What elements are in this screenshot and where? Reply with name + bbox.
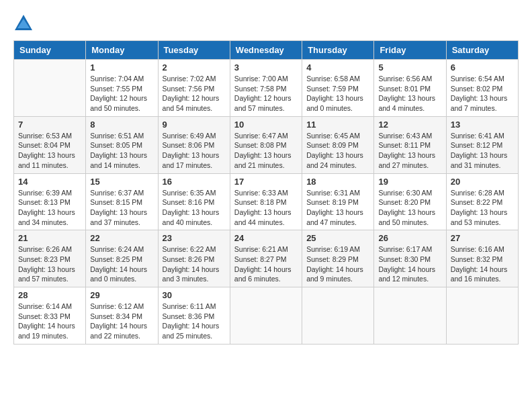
calendar-cell: 7Sunrise: 6:53 AMSunset: 8:04 PMDaylight…	[14, 116, 86, 173]
calendar-cell	[14, 60, 86, 117]
day-number: 23	[163, 233, 226, 243]
calendar-cell: 24Sunrise: 6:21 AMSunset: 8:27 PMDayligh…	[230, 230, 302, 287]
day-number: 5	[378, 62, 441, 73]
day-number: 4	[306, 62, 369, 73]
day-number: 13	[451, 120, 514, 130]
calendar-week-row: 28Sunrise: 6:14 AMSunset: 8:33 PMDayligh…	[14, 287, 519, 345]
day-number: 7	[18, 120, 81, 130]
day-number: 25	[306, 233, 369, 243]
day-info: Sunrise: 7:00 AMSunset: 7:58 PMDaylight:…	[234, 74, 298, 113]
day-number: 12	[378, 120, 441, 130]
calendar-week-row: 21Sunrise: 6:26 AMSunset: 8:23 PMDayligh…	[14, 230, 519, 287]
calendar-week-row: 14Sunrise: 6:39 AMSunset: 8:13 PMDayligh…	[14, 173, 519, 230]
calendar-cell	[446, 287, 518, 345]
day-info: Sunrise: 6:28 AMSunset: 8:22 PMDaylight:…	[451, 188, 514, 228]
calendar-cell: 11Sunrise: 6:45 AMSunset: 8:09 PMDayligh…	[302, 116, 374, 173]
day-info: Sunrise: 7:02 AMSunset: 7:56 PMDaylight:…	[163, 74, 226, 113]
day-info: Sunrise: 6:35 AMSunset: 8:16 PMDaylight:…	[163, 188, 226, 228]
weekday-header: Tuesday	[158, 41, 230, 60]
calendar-cell: 17Sunrise: 6:33 AMSunset: 8:18 PMDayligh…	[230, 173, 302, 230]
calendar-cell: 16Sunrise: 6:35 AMSunset: 8:16 PMDayligh…	[158, 173, 230, 230]
day-info: Sunrise: 6:56 AMSunset: 8:01 PMDaylight:…	[378, 74, 441, 113]
calendar-cell: 1Sunrise: 7:04 AMSunset: 7:55 PMDaylight…	[86, 60, 158, 117]
day-info: Sunrise: 6:26 AMSunset: 8:23 PMDaylight:…	[18, 244, 81, 284]
weekday-header: Friday	[374, 41, 446, 60]
day-number: 28	[18, 290, 81, 300]
day-info: Sunrise: 6:39 AMSunset: 8:13 PMDaylight:…	[18, 188, 81, 228]
calendar-cell: 13Sunrise: 6:41 AMSunset: 8:12 PMDayligh…	[446, 116, 518, 173]
weekday-header: Saturday	[446, 41, 518, 60]
calendar-cell: 6Sunrise: 6:54 AMSunset: 8:02 PMDaylight…	[446, 60, 518, 117]
day-number: 19	[378, 177, 441, 187]
day-number: 26	[378, 233, 441, 243]
day-number: 18	[306, 177, 369, 187]
calendar-cell: 14Sunrise: 6:39 AMSunset: 8:13 PMDayligh…	[14, 173, 86, 230]
calendar-cell: 28Sunrise: 6:14 AMSunset: 8:33 PMDayligh…	[14, 287, 86, 345]
day-number: 10	[234, 120, 298, 130]
day-info: Sunrise: 6:11 AMSunset: 8:36 PMDaylight:…	[163, 302, 226, 341]
day-info: Sunrise: 6:43 AMSunset: 8:11 PMDaylight:…	[378, 131, 441, 171]
day-info: Sunrise: 6:17 AMSunset: 8:30 PMDaylight:…	[378, 244, 441, 284]
calendar-cell: 3Sunrise: 7:00 AMSunset: 7:58 PMDaylight…	[230, 60, 302, 117]
day-number: 15	[90, 177, 153, 187]
day-info: Sunrise: 6:12 AMSunset: 8:34 PMDaylight:…	[90, 302, 153, 341]
day-info: Sunrise: 6:30 AMSunset: 8:20 PMDaylight:…	[378, 188, 441, 228]
day-info: Sunrise: 6:37 AMSunset: 8:15 PMDaylight:…	[90, 188, 153, 228]
day-number: 14	[18, 177, 81, 187]
day-info: Sunrise: 6:53 AMSunset: 8:04 PMDaylight:…	[18, 131, 81, 171]
calendar-cell: 2Sunrise: 7:02 AMSunset: 7:56 PMDaylight…	[158, 60, 230, 117]
day-number: 29	[90, 290, 153, 300]
day-info: Sunrise: 6:31 AMSunset: 8:19 PMDaylight:…	[306, 188, 369, 228]
calendar-cell: 26Sunrise: 6:17 AMSunset: 8:30 PMDayligh…	[374, 230, 446, 287]
calendar-cell	[230, 287, 302, 345]
page-header	[13, 13, 519, 34]
day-number: 17	[234, 177, 298, 187]
weekday-header: Wednesday	[230, 41, 302, 60]
day-info: Sunrise: 6:41 AMSunset: 8:12 PMDaylight:…	[451, 131, 514, 171]
calendar-cell: 25Sunrise: 6:19 AMSunset: 8:29 PMDayligh…	[302, 230, 374, 287]
day-number: 9	[163, 120, 226, 130]
calendar-table: SundayMondayTuesdayWednesdayThursdayFrid…	[13, 40, 519, 345]
day-info: Sunrise: 6:49 AMSunset: 8:06 PMDaylight:…	[163, 131, 226, 171]
day-info: Sunrise: 7:04 AMSunset: 7:55 PMDaylight:…	[90, 74, 153, 113]
calendar-cell: 8Sunrise: 6:51 AMSunset: 8:05 PMDaylight…	[86, 116, 158, 173]
calendar-cell: 4Sunrise: 6:58 AMSunset: 7:59 PMDaylight…	[302, 60, 374, 117]
logo	[13, 13, 36, 34]
day-number: 27	[451, 233, 514, 243]
calendar-cell: 29Sunrise: 6:12 AMSunset: 8:34 PMDayligh…	[86, 287, 158, 345]
day-number: 2	[163, 62, 226, 73]
day-number: 11	[306, 120, 369, 130]
calendar-cell: 27Sunrise: 6:16 AMSunset: 8:32 PMDayligh…	[446, 230, 518, 287]
day-info: Sunrise: 6:54 AMSunset: 8:02 PMDaylight:…	[451, 74, 514, 113]
day-number: 30	[163, 290, 226, 300]
day-info: Sunrise: 6:45 AMSunset: 8:09 PMDaylight:…	[306, 131, 369, 171]
calendar-cell: 5Sunrise: 6:56 AMSunset: 8:01 PMDaylight…	[374, 60, 446, 117]
weekday-header: Sunday	[14, 41, 86, 60]
day-info: Sunrise: 6:51 AMSunset: 8:05 PMDaylight:…	[90, 131, 153, 171]
day-info: Sunrise: 6:16 AMSunset: 8:32 PMDaylight:…	[451, 244, 514, 284]
day-info: Sunrise: 6:47 AMSunset: 8:08 PMDaylight:…	[234, 131, 298, 171]
calendar-cell: 30Sunrise: 6:11 AMSunset: 8:36 PMDayligh…	[158, 287, 230, 345]
day-info: Sunrise: 6:58 AMSunset: 7:59 PMDaylight:…	[306, 74, 369, 113]
day-number: 16	[163, 177, 226, 187]
day-number: 3	[234, 62, 298, 73]
calendar-header-row: SundayMondayTuesdayWednesdayThursdayFrid…	[14, 41, 519, 60]
calendar-cell: 20Sunrise: 6:28 AMSunset: 8:22 PMDayligh…	[446, 173, 518, 230]
day-info: Sunrise: 6:19 AMSunset: 8:29 PMDaylight:…	[306, 244, 369, 284]
day-number: 22	[90, 233, 153, 243]
logo-icon	[13, 13, 34, 34]
day-number: 1	[90, 62, 153, 73]
day-info: Sunrise: 6:24 AMSunset: 8:25 PMDaylight:…	[90, 244, 153, 284]
day-number: 8	[90, 120, 153, 130]
day-info: Sunrise: 6:22 AMSunset: 8:26 PMDaylight:…	[163, 244, 226, 284]
calendar-week-row: 7Sunrise: 6:53 AMSunset: 8:04 PMDaylight…	[14, 116, 519, 173]
day-info: Sunrise: 6:33 AMSunset: 8:18 PMDaylight:…	[234, 188, 298, 228]
calendar-week-row: 1Sunrise: 7:04 AMSunset: 7:55 PMDaylight…	[14, 60, 519, 117]
calendar-cell: 15Sunrise: 6:37 AMSunset: 8:15 PMDayligh…	[86, 173, 158, 230]
calendar-cell: 19Sunrise: 6:30 AMSunset: 8:20 PMDayligh…	[374, 173, 446, 230]
day-info: Sunrise: 6:14 AMSunset: 8:33 PMDaylight:…	[18, 302, 81, 341]
day-number: 20	[451, 177, 514, 187]
day-number: 6	[451, 62, 514, 73]
calendar-cell: 12Sunrise: 6:43 AMSunset: 8:11 PMDayligh…	[374, 116, 446, 173]
calendar-cell: 21Sunrise: 6:26 AMSunset: 8:23 PMDayligh…	[14, 230, 86, 287]
